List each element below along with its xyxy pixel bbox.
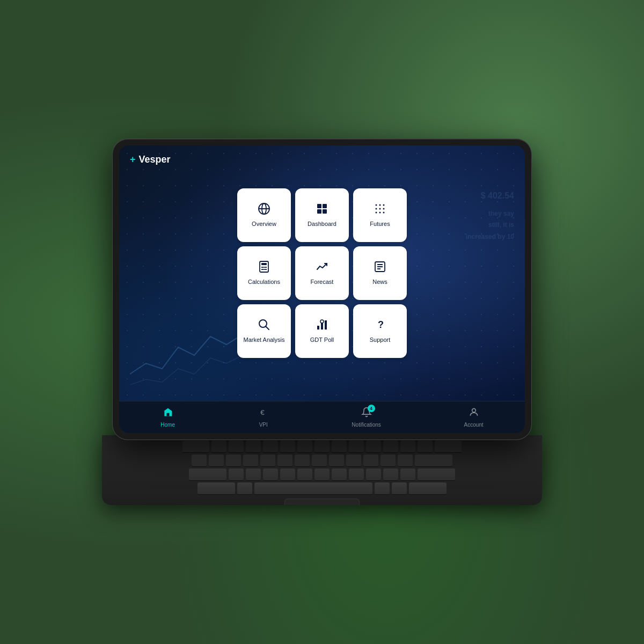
svg-point-37 [472,408,475,412]
key [192,455,207,466]
tile-overview[interactable]: Overview [237,188,291,242]
key [363,455,378,466]
key [418,469,455,480]
key [312,455,327,466]
svg-point-11 [379,208,381,210]
calculator-icon [258,260,270,275]
svg-text:€: € [260,408,265,416]
bar-chart-icon [316,318,328,333]
key [297,441,312,452]
key [415,455,452,466]
nav-notifications-label: Notifications [352,422,380,428]
home-icon [163,407,173,420]
tablet-frame: $ 402.54 they saystill, it isincreased b… [113,139,531,440]
svg-rect-23 [265,269,267,270]
key [295,455,310,466]
key [229,441,244,452]
key [329,455,344,466]
globe-icon [258,202,270,217]
screen-content: Overview Dashboard [119,145,525,433]
key [366,441,381,452]
question-icon: ? [374,318,386,333]
tile-gdt-poll-label: GDT Poll [310,336,334,343]
key [349,469,364,480]
tile-calculations-label: Calculations [248,279,280,286]
tile-news-label: News [372,279,387,286]
key [366,469,381,480]
tile-gdt-poll[interactable]: GDT Poll [295,304,349,358]
tile-forecast[interactable]: Forecast [295,246,349,300]
notification-wrapper: 4 [361,407,372,420]
nav-home-label: Home [160,422,175,428]
key [332,441,347,452]
search-icon [258,318,270,333]
key [280,441,295,452]
tile-news[interactable]: News [353,246,407,300]
key [383,469,398,480]
nav-account-label: Account [464,422,484,428]
svg-point-15 [383,212,385,214]
notification-badge: 4 [368,405,375,412]
svg-rect-31 [321,323,323,330]
svg-rect-19 [264,267,265,268]
keyboard-row-3 [111,469,533,480]
spacebar [254,482,372,494]
svg-line-29 [266,327,269,330]
svg-rect-35 [166,413,169,416]
keyboard-row-1 [111,441,533,452]
key [263,469,278,480]
svg-point-13 [376,212,377,214]
key [380,455,396,466]
keyboard-row-2 [111,455,533,466]
tile-market-analysis[interactable]: Market Analysis [237,304,291,358]
nav-account[interactable]: Account [456,405,492,430]
nav-vpi[interactable]: € VPI [250,405,277,430]
svg-point-9 [383,204,385,206]
screen-header: + Vesper [119,145,525,173]
key [409,482,447,494]
key [435,441,462,452]
tablet-screen: $ 402.54 they saystill, it isincreased b… [119,145,525,433]
svg-rect-6 [323,209,327,214]
tile-calculations[interactable]: Calculations [237,246,291,300]
svg-rect-22 [264,269,265,270]
key [189,469,226,480]
key [392,482,407,494]
tile-support-label: Support [370,336,391,343]
key [211,441,226,452]
key [314,469,330,480]
trackpad[interactable] [284,499,360,505]
tile-dashboard-label: Dashboard [308,221,336,228]
key [277,455,292,466]
svg-rect-3 [317,204,321,208]
key [209,455,224,466]
app-logo: + Vesper [130,154,171,165]
svg-point-7 [376,204,377,206]
key [280,469,295,480]
euro-icon: € [258,407,269,420]
tile-forecast-label: Forecast [311,279,334,286]
svg-rect-17 [261,263,267,265]
key [400,441,415,452]
svg-point-10 [376,208,377,210]
nav-home[interactable]: Home [152,405,184,430]
tile-futures[interactable]: Futures [353,188,407,242]
key [260,455,275,466]
key [197,482,235,494]
key [398,455,413,466]
tile-market-analysis-label: Market Analysis [243,336,284,343]
svg-rect-32 [325,320,327,330]
nav-notifications[interactable]: 4 Notifications [343,405,389,430]
key [229,469,244,480]
key [332,469,347,480]
svg-point-8 [379,204,381,206]
device-wrapper: $ 402.54 they saystill, it isincreased b… [102,139,542,505]
key [418,441,433,452]
logo-icon: + [130,154,136,165]
tile-dashboard[interactable]: Dashboard [295,188,349,242]
key [400,469,415,480]
bottom-nav: Home € VPI [119,401,525,433]
key [349,441,364,452]
tile-overview-label: Overview [252,221,276,228]
tile-support[interactable]: ? Support [353,304,407,358]
